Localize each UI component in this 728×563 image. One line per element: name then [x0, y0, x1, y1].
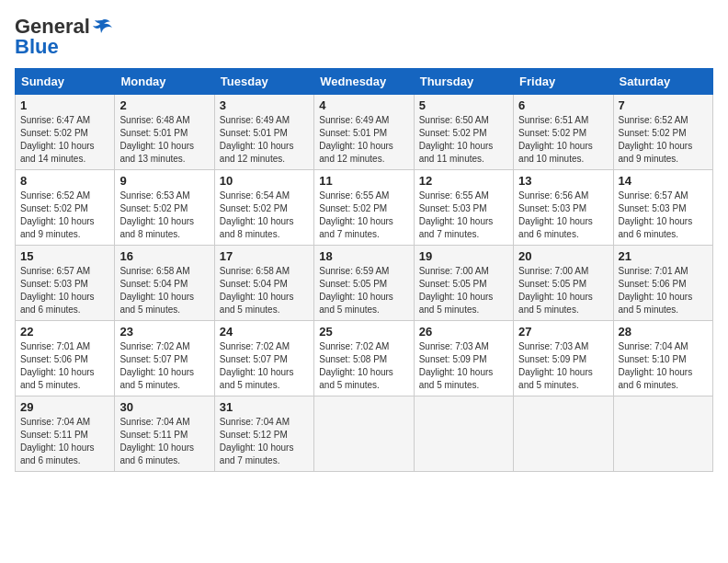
calendar-cell: [314, 396, 414, 472]
day-info: Sunrise: 7:00 AM Sunset: 5:05 PM Dayligh…: [419, 265, 508, 316]
calendar-header-thursday: Thursday: [414, 69, 513, 95]
day-number: 8: [20, 174, 109, 188]
day-number: 29: [20, 400, 109, 414]
day-info: Sunrise: 6:56 AM Sunset: 5:03 PM Dayligh…: [518, 190, 608, 241]
day-number: 14: [619, 174, 708, 188]
calendar-cell: 26Sunrise: 7:03 AM Sunset: 5:09 PM Dayli…: [414, 321, 513, 396]
calendar-cell: 23Sunrise: 7:02 AM Sunset: 5:07 PM Dayli…: [115, 321, 214, 396]
calendar-cell: 31Sunrise: 7:04 AM Sunset: 5:12 PM Dayli…: [214, 396, 313, 472]
calendar-week-3: 15Sunrise: 6:57 AM Sunset: 5:03 PM Dayli…: [16, 246, 713, 321]
calendar-cell: 9Sunrise: 6:53 AM Sunset: 5:02 PM Daylig…: [115, 170, 214, 246]
day-number: 6: [518, 98, 608, 112]
calendar-cell: 17Sunrise: 6:58 AM Sunset: 5:04 PM Dayli…: [214, 246, 313, 321]
logo: General Blue: [15, 15, 112, 59]
logo-bird-icon: [92, 18, 112, 35]
day-info: Sunrise: 6:53 AM Sunset: 5:02 PM Dayligh…: [119, 190, 209, 241]
day-info: Sunrise: 7:02 AM Sunset: 5:08 PM Dayligh…: [319, 340, 408, 392]
day-number: 18: [319, 249, 408, 263]
day-info: Sunrise: 7:00 AM Sunset: 5:05 PM Dayligh…: [518, 265, 608, 316]
day-number: 11: [319, 174, 408, 188]
day-info: Sunrise: 6:59 AM Sunset: 5:05 PM Dayligh…: [319, 265, 408, 316]
day-number: 23: [119, 325, 209, 339]
day-number: 21: [619, 249, 708, 263]
calendar-cell: [514, 396, 613, 472]
day-number: 17: [220, 249, 309, 263]
day-info: Sunrise: 6:58 AM Sunset: 5:04 PM Dayligh…: [119, 265, 209, 316]
day-info: Sunrise: 6:52 AM Sunset: 5:02 PM Dayligh…: [20, 190, 109, 241]
day-info: Sunrise: 7:01 AM Sunset: 5:06 PM Dayligh…: [619, 265, 708, 316]
page-header: General Blue: [15, 15, 713, 59]
calendar-cell: 3Sunrise: 6:49 AM Sunset: 5:01 PM Daylig…: [214, 95, 313, 170]
day-info: Sunrise: 6:49 AM Sunset: 5:01 PM Dayligh…: [319, 114, 408, 166]
day-info: Sunrise: 6:58 AM Sunset: 5:04 PM Dayligh…: [220, 265, 309, 316]
calendar-cell: 22Sunrise: 7:01 AM Sunset: 5:06 PM Dayli…: [16, 321, 115, 396]
day-number: 1: [20, 98, 109, 112]
day-info: Sunrise: 6:52 AM Sunset: 5:02 PM Dayligh…: [619, 114, 708, 166]
calendar-header-friday: Friday: [514, 69, 613, 95]
calendar-cell: 15Sunrise: 6:57 AM Sunset: 5:03 PM Dayli…: [16, 246, 115, 321]
day-number: 13: [518, 174, 608, 188]
day-info: Sunrise: 7:04 AM Sunset: 5:11 PM Dayligh…: [20, 416, 109, 467]
calendar-week-1: 1Sunrise: 6:47 AM Sunset: 5:02 PM Daylig…: [16, 95, 713, 170]
day-number: 16: [119, 249, 209, 263]
calendar-cell: 21Sunrise: 7:01 AM Sunset: 5:06 PM Dayli…: [613, 246, 712, 321]
calendar-cell: 27Sunrise: 7:03 AM Sunset: 5:09 PM Dayli…: [514, 321, 613, 396]
calendar-header-monday: Monday: [115, 69, 214, 95]
calendar-cell: 4Sunrise: 6:49 AM Sunset: 5:01 PM Daylig…: [314, 95, 414, 170]
calendar-cell: 8Sunrise: 6:52 AM Sunset: 5:02 PM Daylig…: [16, 170, 115, 246]
day-number: 20: [518, 249, 608, 263]
calendar-week-4: 22Sunrise: 7:01 AM Sunset: 5:06 PM Dayli…: [16, 321, 713, 396]
day-number: 12: [419, 174, 508, 188]
calendar-cell: 14Sunrise: 6:57 AM Sunset: 5:03 PM Dayli…: [613, 170, 712, 246]
calendar-header-row: SundayMondayTuesdayWednesdayThursdayFrid…: [16, 69, 713, 95]
day-number: 24: [220, 325, 309, 339]
day-number: 22: [20, 325, 109, 339]
day-info: Sunrise: 6:47 AM Sunset: 5:02 PM Dayligh…: [20, 114, 109, 166]
calendar-header-sunday: Sunday: [16, 69, 115, 95]
day-number: 7: [619, 98, 708, 112]
day-info: Sunrise: 6:49 AM Sunset: 5:01 PM Dayligh…: [220, 114, 309, 166]
day-info: Sunrise: 7:02 AM Sunset: 5:07 PM Dayligh…: [220, 340, 309, 392]
calendar-week-5: 29Sunrise: 7:04 AM Sunset: 5:11 PM Dayli…: [16, 396, 713, 472]
day-number: 28: [619, 325, 708, 339]
calendar-cell: 2Sunrise: 6:48 AM Sunset: 5:01 PM Daylig…: [115, 95, 214, 170]
calendar-cell: 25Sunrise: 7:02 AM Sunset: 5:08 PM Dayli…: [314, 321, 414, 396]
calendar-header-saturday: Saturday: [613, 69, 712, 95]
calendar-cell: 29Sunrise: 7:04 AM Sunset: 5:11 PM Dayli…: [16, 396, 115, 472]
day-number: 10: [220, 174, 309, 188]
day-number: 31: [220, 400, 309, 414]
calendar-cell: 6Sunrise: 6:51 AM Sunset: 5:02 PM Daylig…: [514, 95, 613, 170]
calendar-header-wednesday: Wednesday: [314, 69, 414, 95]
calendar-cell: 28Sunrise: 7:04 AM Sunset: 5:10 PM Dayli…: [613, 321, 712, 396]
day-info: Sunrise: 6:55 AM Sunset: 5:02 PM Dayligh…: [319, 190, 408, 241]
day-number: 19: [419, 249, 508, 263]
day-info: Sunrise: 6:57 AM Sunset: 5:03 PM Dayligh…: [619, 190, 708, 241]
day-number: 26: [419, 325, 508, 339]
day-info: Sunrise: 7:04 AM Sunset: 5:10 PM Dayligh…: [619, 340, 708, 392]
day-info: Sunrise: 6:51 AM Sunset: 5:02 PM Dayligh…: [518, 114, 608, 166]
calendar-cell: [613, 396, 712, 472]
calendar-week-2: 8Sunrise: 6:52 AM Sunset: 5:02 PM Daylig…: [16, 170, 713, 246]
calendar-cell: 11Sunrise: 6:55 AM Sunset: 5:02 PM Dayli…: [314, 170, 414, 246]
calendar-cell: 12Sunrise: 6:55 AM Sunset: 5:03 PM Dayli…: [414, 170, 513, 246]
calendar-cell: 18Sunrise: 6:59 AM Sunset: 5:05 PM Dayli…: [314, 246, 414, 321]
day-number: 3: [220, 98, 309, 112]
day-number: 25: [319, 325, 408, 339]
calendar-cell: 1Sunrise: 6:47 AM Sunset: 5:02 PM Daylig…: [16, 95, 115, 170]
day-info: Sunrise: 7:01 AM Sunset: 5:06 PM Dayligh…: [20, 340, 109, 392]
day-info: Sunrise: 7:02 AM Sunset: 5:07 PM Dayligh…: [119, 340, 209, 392]
logo-blue: Blue: [15, 35, 59, 59]
day-info: Sunrise: 6:48 AM Sunset: 5:01 PM Dayligh…: [119, 114, 209, 166]
day-info: Sunrise: 6:57 AM Sunset: 5:03 PM Dayligh…: [20, 265, 109, 316]
day-number: 9: [119, 174, 209, 188]
calendar-cell: 16Sunrise: 6:58 AM Sunset: 5:04 PM Dayli…: [115, 246, 214, 321]
day-number: 30: [119, 400, 209, 414]
calendar-cell: 24Sunrise: 7:02 AM Sunset: 5:07 PM Dayli…: [214, 321, 313, 396]
calendar-cell: [414, 396, 513, 472]
calendar-cell: 19Sunrise: 7:00 AM Sunset: 5:05 PM Dayli…: [414, 246, 513, 321]
calendar-cell: 7Sunrise: 6:52 AM Sunset: 5:02 PM Daylig…: [613, 95, 712, 170]
day-info: Sunrise: 6:50 AM Sunset: 5:02 PM Dayligh…: [419, 114, 508, 166]
day-number: 15: [20, 249, 109, 263]
calendar-table: SundayMondayTuesdayWednesdayThursdayFrid…: [15, 68, 713, 472]
calendar-cell: 20Sunrise: 7:00 AM Sunset: 5:05 PM Dayli…: [514, 246, 613, 321]
